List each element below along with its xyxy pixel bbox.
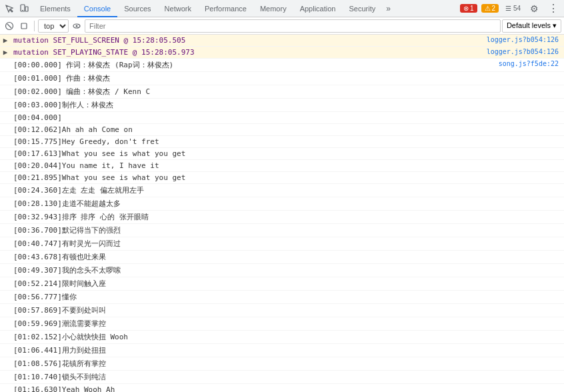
tab-console[interactable]: Console — [77, 0, 117, 17]
log-levels-button[interactable]: Default levels ▾ — [502, 19, 561, 33]
row-expand-arrow — [0, 318, 11, 319]
settings-icon[interactable]: ⚙ — [527, 3, 541, 14]
row-content: mutation SET_PLAYING_STATE @ 15:28:05.97… — [11, 47, 487, 57]
row-expand-arrow — [0, 278, 11, 279]
row-content: [00:00.000] 作词：林俊杰 (Rap词：林俊杰) — [11, 59, 499, 71]
row-expand-arrow — [0, 149, 11, 149]
row-expand-arrow[interactable]: ▶ — [0, 35, 11, 45]
row-content: [01:16.630]Yeah Wooh Ah — [11, 385, 564, 392]
console-row: [00:04.000] — [0, 112, 564, 124]
row-content: [00:40.747]有时灵光一闪而过 — [11, 238, 564, 249]
console-row: [00:36.700]默记得当下的强烈 — [0, 224, 564, 237]
row-expand-arrow — [0, 385, 11, 385]
svg-line-4 — [7, 24, 11, 28]
row-expand-arrow — [0, 198, 11, 199]
tab-network[interactable]: Network — [158, 0, 198, 17]
row-expand-arrow — [0, 185, 11, 185]
row-expand-arrow — [0, 331, 11, 332]
row-content: [00:32.943]排序 排序 心的 张开眼睛 — [11, 211, 564, 223]
tab-overflow[interactable]: » — [382, 0, 395, 17]
console-row: [01:06.441]用力到处扭扭 — [0, 344, 564, 357]
tab-elements[interactable]: Elements — [33, 0, 77, 17]
error-badge[interactable]: ⊗ 1 — [460, 4, 477, 13]
console-row: [00:03.000]制作人：林俊杰 — [0, 99, 564, 112]
console-row: ▶mutation SET_FULL_SCREEN @ 15:28:05.505… — [0, 35, 564, 47]
row-content: [00:36.700]默记得当下的强烈 — [11, 225, 564, 236]
row-content: mutation SET_FULL_SCREEN @ 15:28:05.505 — [11, 35, 487, 45]
console-row: [00:24.360]左走 左走 偏左就用左手 — [0, 184, 564, 197]
row-source-link[interactable]: logger.js?b054:126 — [487, 47, 564, 56]
row-content: [01:02.152]小心就快快扭 Wooh — [11, 331, 564, 343]
row-content: [00:12.062]Ah ah ah Come on — [11, 125, 564, 135]
row-expand-arrow[interactable]: ▶ — [0, 47, 11, 57]
console-toolbar: top Default levels ▾ — [0, 17, 564, 35]
filter-input[interactable] — [85, 19, 501, 33]
row-content: [00:17.613]What you see is what you get — [11, 149, 564, 159]
row-expand-arrow — [0, 265, 11, 265]
console-row: [00:32.943]排序 排序 心的 张开眼睛 — [0, 211, 564, 224]
console-row: [01:08.576]花镇所有掌控 — [0, 357, 564, 371]
row-expand-arrow — [0, 225, 11, 225]
row-expand-arrow — [0, 371, 11, 372]
toolbar-divider — [34, 21, 35, 31]
row-expand-arrow — [0, 211, 11, 212]
console-row: [00:20.044]You name it, I have it — [0, 160, 564, 172]
inspect-icon[interactable] — [3, 2, 16, 15]
device-icon[interactable] — [17, 2, 31, 15]
tab-performance[interactable]: Performance — [198, 0, 253, 17]
row-content: [00:49.307]我的念头不太啰嗦 — [11, 265, 564, 276]
row-source-link[interactable]: song.js?f5de:22 — [499, 59, 564, 68]
tab-memory[interactable]: Memory — [253, 0, 293, 17]
console-row: [00:56.777]懂你 — [0, 291, 564, 304]
console-row: [00:01.000] 作曲：林俊杰 — [0, 72, 564, 85]
message-badge: ☰ 54 — [503, 4, 523, 13]
error-icon: ⊗ — [463, 5, 469, 12]
row-content: [01:10.740]锁头不到纯洁 — [11, 371, 564, 383]
devtools-tabbar: Elements Console Sources Network Perform… — [0, 0, 564, 17]
row-content: [00:52.214]限时间触入座 — [11, 278, 564, 289]
svg-rect-1 — [25, 7, 28, 11]
console-row: [01:10.740]锁头不到纯洁 — [0, 371, 564, 384]
error-count: 1 — [470, 5, 474, 12]
console-row: [00:21.895]What you see is what you get — [0, 172, 564, 184]
row-content: [00:28.130]走道不能超越太多 — [11, 198, 564, 209]
row-expand-arrow — [0, 358, 11, 359]
row-source-link[interactable]: logger.js?b054:126 — [487, 35, 564, 44]
warning-badge[interactable]: ⚠ 2 — [481, 4, 499, 13]
row-expand-arrow — [0, 86, 11, 87]
row-expand-arrow — [0, 238, 11, 239]
clear-console-button[interactable] — [3, 19, 16, 33]
console-row: [01:16.630]Yeah Wooh Ah — [0, 384, 564, 392]
warning-icon: ⚠ — [485, 5, 491, 12]
tab-badges: ⊗ 1 ⚠ 2 ☰ 54 ⚙ ⋮ — [460, 2, 561, 15]
console-row: [00:02.000] 编曲：林俊杰 / Kenn C — [0, 85, 564, 99]
row-content: [00:15.775]Hey Greedy, don't fret — [11, 137, 564, 147]
row-content: [00:21.895]What you see is what you get — [11, 173, 564, 183]
row-expand-arrow — [0, 291, 11, 292]
console-row: [00:59.969]潮流需要掌控 — [0, 317, 564, 331]
console-row: [00:12.062]Ah ah ah Come on — [0, 124, 564, 136]
console-output[interactable]: ▶mutation SET_FULL_SCREEN @ 15:28:05.505… — [0, 35, 564, 392]
row-content: [00:20.044]You name it, I have it — [11, 161, 564, 171]
message-count: 54 — [513, 5, 521, 12]
row-expand-arrow — [0, 99, 11, 100]
console-row: [00:40.747]有时灵光一闪而过 — [0, 237, 564, 251]
row-content: [00:59.969]潮流需要掌控 — [11, 318, 564, 329]
row-expand-arrow — [0, 173, 11, 173]
row-expand-arrow — [0, 59, 11, 60]
tab-application[interactable]: Application — [293, 0, 343, 17]
console-row: [00:28.130]走道不能超越太多 — [0, 197, 564, 211]
tab-security[interactable]: Security — [342, 0, 382, 17]
row-content: [00:57.869]不要到处叫叫 — [11, 305, 564, 316]
stop-button[interactable] — [17, 19, 31, 33]
more-icon[interactable]: ⋮ — [545, 2, 561, 15]
tab-sources[interactable]: Sources — [117, 0, 157, 17]
row-content: [00:04.000] — [11, 113, 564, 123]
devtools-left-icons — [3, 2, 31, 15]
eye-icon[interactable] — [70, 19, 83, 33]
console-row: [00:00.000] 作词：林俊杰 (Rap词：林俊杰)song.js?f5d… — [0, 59, 564, 72]
warning-count: 2 — [492, 5, 496, 12]
context-select[interactable]: top — [38, 19, 69, 33]
row-content: [00:56.777]懂你 — [11, 291, 564, 303]
console-row: [00:57.869]不要到处叫叫 — [0, 304, 564, 317]
